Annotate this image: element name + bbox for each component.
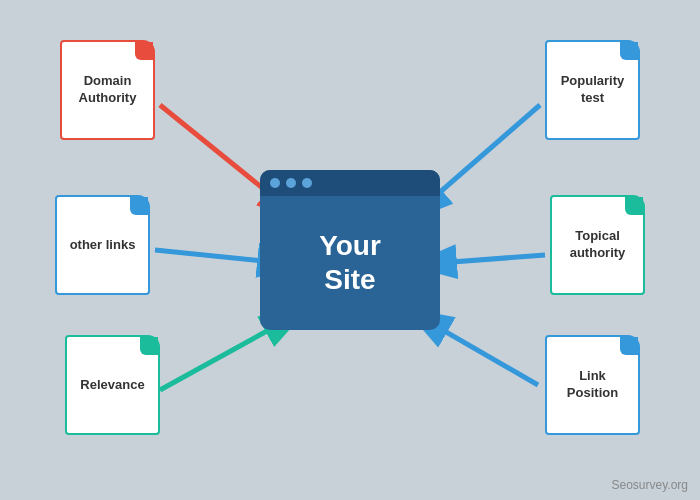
browser-content: Your Site	[319, 196, 381, 330]
card-other-links: other links	[55, 195, 150, 295]
card-relevance: Relevance	[65, 335, 160, 435]
diagram-container: Your Site Domain Authority Popularity te…	[0, 0, 700, 500]
site-label: Site	[324, 264, 375, 295]
your-label: Your	[319, 230, 381, 261]
domain-authority-label: Domain Authority	[62, 68, 153, 112]
card-domain-authority: Domain Authority	[60, 40, 155, 140]
relevance-label: Relevance	[75, 372, 149, 399]
popularity-test-label: Popularity test	[547, 68, 638, 112]
browser-dot-1	[270, 178, 280, 188]
browser-topbar	[260, 170, 440, 196]
link-position-label: Link Position	[547, 363, 638, 407]
browser-dot-3	[302, 178, 312, 188]
card-topical-authority: Topical authority	[550, 195, 645, 295]
browser-window: Your Site	[260, 170, 440, 330]
browser-dot-2	[286, 178, 296, 188]
watermark: Seosurvey.org	[612, 478, 688, 492]
other-links-label: other links	[65, 232, 141, 259]
card-popularity-test: Popularity test	[545, 40, 640, 140]
card-link-position: Link Position	[545, 335, 640, 435]
browser-label: Your Site	[319, 229, 381, 296]
topical-authority-label: Topical authority	[552, 223, 643, 267]
